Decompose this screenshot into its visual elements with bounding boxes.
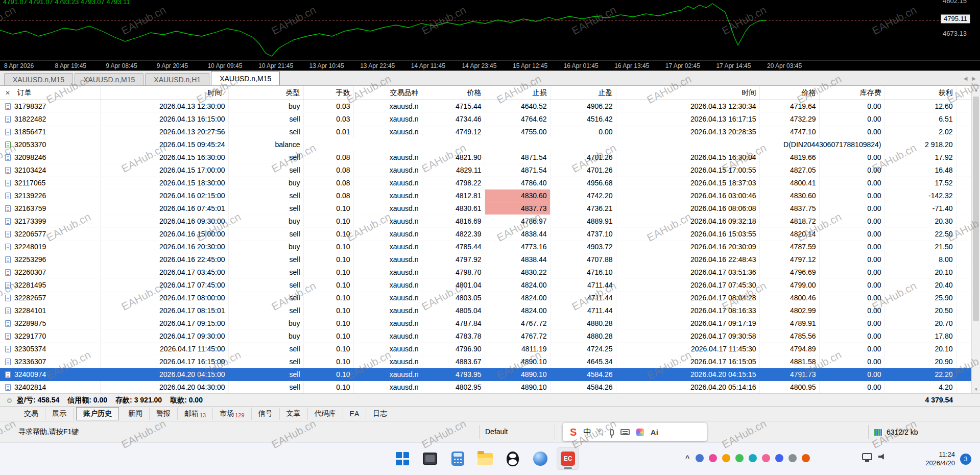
column-header-3[interactable]: 手数 <box>303 86 353 100</box>
history-row[interactable]: 321637592026.04.16 07:45:01sell0.10xauus… <box>0 202 971 215</box>
history-row[interactable]: 324028142026.04.20 04:30:00sell0.10xauus… <box>0 381 971 393</box>
system-indicators[interactable] <box>862 453 886 460</box>
toolbox-tab-8[interactable]: 文章 <box>280 408 308 420</box>
ime-toolbar[interactable]: S 中 °, Ai <box>563 423 707 441</box>
scrollbar-thumb[interactable] <box>973 97 979 321</box>
taskbar-app-calculator[interactable] <box>446 447 469 470</box>
taskbar-app-ec[interactable]: EC <box>557 447 579 470</box>
history-row[interactable]: 321392262026.04.16 02:15:00sell0.08xauus… <box>0 189 971 202</box>
cell: 4883.67 <box>422 355 485 368</box>
history-row[interactable]: 322841012026.04.17 08:15:01sell0.10xauus… <box>0 304 971 317</box>
price-chart[interactable]: 4791.07 4791.07 4793.23 4793.07 4793.11 … <box>0 0 980 70</box>
chart-tab-2[interactable]: XAUUSD.n,H1 <box>145 73 209 85</box>
history-row[interactable]: 322603072026.04.17 03:45:00sell0.10xauus… <box>0 266 971 278</box>
taskbar-app-dark-window[interactable] <box>419 447 441 470</box>
column-header-7[interactable]: 止盈 <box>550 86 616 100</box>
chart-tab-3[interactable]: XAUUSD.n,M15 <box>211 71 280 85</box>
column-header-5[interactable]: 价格 <box>422 86 485 100</box>
microphone-icon[interactable] <box>610 429 614 436</box>
chart-tab-0[interactable]: XAUUSD.n,M15 <box>4 73 73 85</box>
history-row[interactable]: 322898752026.04.17 09:15:00buy0.10xauusd… <box>0 317 971 329</box>
tray-app-icon-1[interactable] <box>696 454 704 462</box>
cell: sell <box>228 202 303 215</box>
history-row[interactable]: 322480192026.04.16 20:30:00buy0.10xauusd… <box>0 240 971 253</box>
sogou-logo-icon[interactable]: S <box>570 426 577 438</box>
cell: 4786.97 <box>485 215 550 227</box>
toolbox-tab-0[interactable]: 交易 <box>17 408 45 420</box>
cell: 4800.95 <box>759 381 819 393</box>
taskbar-app-browser[interactable] <box>529 447 552 470</box>
vertical-scrollbar[interactable]: ▲ ▼ <box>971 86 980 393</box>
toolbox-tab-5[interactable]: 邮箱13 <box>178 408 213 420</box>
row-filler <box>956 125 971 138</box>
column-header-9[interactable]: 价格 <box>759 86 819 100</box>
taskbar-app-qq[interactable] <box>501 447 524 470</box>
history-row[interactable]: 317983272026.04.13 12:30:00buy0.03xauusd… <box>0 100 971 112</box>
column-header-0[interactable]: ✕订单 <box>0 86 100 100</box>
start-button[interactable] <box>391 447 414 470</box>
tray-app-icon-2[interactable] <box>709 454 717 462</box>
bluetooth-icon[interactable] <box>775 454 783 462</box>
history-row[interactable]: 324009742026.04.20 04:15:00sell0.10xauus… <box>0 368 971 381</box>
column-header-6[interactable]: 止损 <box>485 86 550 100</box>
history-row[interactable]: 322532962026.04.16 22:45:00sell0.10xauus… <box>0 253 971 266</box>
history-row[interactable]: 321733992026.04.16 09:30:00buy0.10xauusd… <box>0 215 971 227</box>
cell: 4889.91 <box>550 215 616 227</box>
toolbox-tab-4[interactable]: 警报 <box>150 408 178 420</box>
cell: 0.00 <box>819 304 885 317</box>
keyboard-icon[interactable] <box>620 429 630 435</box>
profile-selector[interactable]: Default <box>485 428 508 436</box>
history-row[interactable]: 321170652026.04.15 18:30:00buy0.08xauusd… <box>0 176 971 189</box>
history-row[interactable]: 322065772026.04.16 15:00:00sell0.10xauus… <box>0 227 971 240</box>
toolbox-tab-2[interactable]: 账户历史 <box>76 407 119 420</box>
cell: 2 918.20 <box>885 138 956 151</box>
tray-app-icon-8[interactable] <box>788 454 797 462</box>
taskbar-clock[interactable]: 11:24 2026/4/20 <box>912 450 955 467</box>
sogou-tray-icon[interactable] <box>802 454 810 462</box>
toolbox-tab-3[interactable]: 新闻 <box>122 408 150 420</box>
ime-skin-icon[interactable] <box>636 429 644 436</box>
ime-ai-icon[interactable]: Ai <box>651 428 658 437</box>
history-row[interactable]: 323053742026.04.17 11:45:00sell0.10xauus… <box>0 342 971 355</box>
history-row[interactable]: 318224822026.04.13 16:15:00sell0.03xauus… <box>0 112 971 125</box>
toolbox-tab-6[interactable]: 市场129 <box>213 408 251 420</box>
history-row[interactable]: 322826572026.04.17 08:00:00sell0.10xauus… <box>0 291 971 304</box>
history-row[interactable]: 323363072026.04.17 16:15:00sell0.10xauus… <box>0 355 971 368</box>
toolbox-tab-11[interactable]: 日志 <box>366 408 394 420</box>
notification-badge[interactable]: 3 <box>960 454 971 465</box>
history-row[interactable]: 320982462026.04.15 16:30:00sell0.08xauus… <box>0 151 971 163</box>
tray-app-icon-3[interactable] <box>722 454 730 462</box>
tray-app-icon-6[interactable] <box>762 454 770 462</box>
toolbox-tab-10[interactable]: EA <box>343 408 367 419</box>
chart-tab-1[interactable]: XAUUSD.n,M15 <box>75 73 144 85</box>
column-header-1[interactable]: 时间∕ <box>100 86 228 100</box>
history-row[interactable]: 322814952026.04.17 07:45:00sell0.10xauus… <box>0 278 971 291</box>
history-row[interactable]: 322917702026.04.17 09:30:00buy0.10xauusd… <box>0 329 971 342</box>
history-row[interactable]: 321034242026.04.15 17:00:00sell0.08xauus… <box>0 163 971 176</box>
cell: 4829.11 <box>422 163 485 176</box>
toolbox-tab-7[interactable]: 信号 <box>252 408 280 420</box>
cell: 2026.04.17 07:45:30 <box>616 278 759 291</box>
column-header-11[interactable]: 获利 <box>885 86 956 100</box>
tab-scroll-left-icon[interactable]: ◀ <box>964 76 968 81</box>
tray-app-icon-4[interactable] <box>735 454 744 462</box>
scroll-down-icon[interactable]: ▼ <box>972 387 980 392</box>
tab-scroll-right-icon[interactable]: ▶ <box>972 76 976 81</box>
ime-punctuation-icon[interactable]: °, <box>598 428 603 436</box>
tray-chevron-icon[interactable]: ^ <box>685 454 689 462</box>
history-row[interactable]: 320533702026.04.15 09:45:24balanceD(DIN2… <box>0 138 971 151</box>
close-icon[interactable]: ✕ <box>5 89 10 97</box>
column-header-2[interactable]: 类型 <box>228 86 303 100</box>
ime-language-toggle[interactable]: 中 <box>583 427 591 438</box>
column-header-4[interactable]: 交易品种 <box>353 86 422 100</box>
cell: 4827.05 <box>759 163 819 176</box>
cell: xauusd.n <box>353 368 422 381</box>
toolbox-tab-1[interactable]: 展示 <box>45 408 74 420</box>
tray-app-icon-5[interactable] <box>749 454 757 462</box>
taskbar-app-explorer[interactable] <box>474 447 496 470</box>
toolbox-tab-9[interactable]: 代码库 <box>308 408 343 420</box>
history-row[interactable]: 318564712026.04.13 20:27:56sell0.01xauus… <box>0 125 971 138</box>
column-header-8[interactable]: 时间 <box>616 86 759 100</box>
column-header-10[interactable]: 库存费 <box>819 86 885 100</box>
scroll-up-icon[interactable]: ▲ <box>972 88 980 92</box>
